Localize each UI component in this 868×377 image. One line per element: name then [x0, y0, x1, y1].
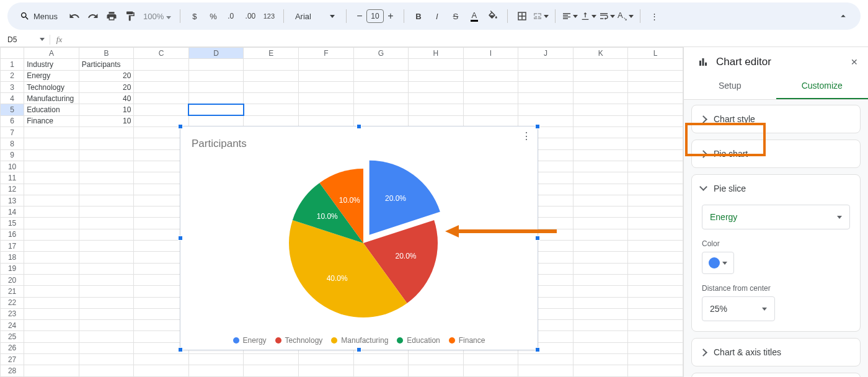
cell-B23[interactable] — [79, 308, 134, 319]
cell-B9[interactable] — [79, 149, 134, 161]
col-header-L[interactable]: L — [628, 48, 683, 59]
row-header-6[interactable]: 6 — [1, 115, 24, 126]
cell-K26[interactable] — [573, 342, 628, 353]
cell-B5[interactable]: 10 — [79, 104, 134, 115]
row-header-19[interactable]: 19 — [1, 263, 24, 274]
cell-K18[interactable] — [573, 252, 628, 263]
cell-K3[interactable] — [573, 81, 628, 92]
cell-G28[interactable] — [353, 365, 409, 376]
cell-K16[interactable] — [573, 229, 628, 240]
cell-B1[interactable]: Participants — [79, 59, 134, 70]
cell-G5[interactable] — [353, 104, 409, 115]
col-header-B[interactable]: B — [79, 48, 134, 59]
cell-K6[interactable] — [573, 115, 628, 126]
cell-A2[interactable]: Energy — [24, 70, 79, 81]
bold-button[interactable]: B — [410, 8, 427, 24]
cell-A20[interactable] — [24, 274, 79, 285]
chart-menu-button[interactable]: ⋮ — [520, 130, 533, 142]
legend-item-energy[interactable]: Energy — [233, 336, 267, 345]
cell-G2[interactable] — [353, 70, 409, 81]
row-header-2[interactable]: 2 — [1, 70, 24, 81]
cell-B20[interactable] — [79, 274, 134, 285]
cell-E2[interactable] — [244, 70, 299, 81]
row-header-13[interactable]: 13 — [1, 195, 24, 206]
cell-J3[interactable] — [518, 81, 574, 92]
cell-B14[interactable] — [79, 206, 134, 218]
tab-customize[interactable]: Customize — [776, 73, 869, 99]
name-box[interactable]: D5 — [0, 35, 50, 44]
cell-E6[interactable] — [244, 115, 299, 126]
cell-B12[interactable] — [79, 184, 134, 195]
cell-A13[interactable] — [24, 195, 79, 206]
col-header-E[interactable]: E — [244, 48, 299, 59]
cell-B17[interactable] — [79, 241, 134, 252]
zoom-dropdown[interactable]: 100% — [141, 11, 174, 22]
slice-color-picker[interactable] — [702, 252, 734, 274]
borders-button[interactable] — [514, 8, 530, 24]
cell-I27[interactable] — [463, 354, 518, 365]
font-size-input[interactable]: 10 — [366, 9, 384, 23]
row-header-12[interactable]: 12 — [1, 184, 24, 195]
cell-K2[interactable] — [573, 70, 628, 81]
merge-button[interactable] — [533, 8, 549, 24]
cell-K12[interactable] — [573, 184, 628, 195]
cell-L28[interactable] — [628, 365, 683, 376]
cell-I1[interactable] — [463, 59, 518, 70]
overflow-menu[interactable]: ⋮ — [647, 8, 663, 24]
cell-K5[interactable] — [573, 104, 628, 115]
legend-item-education[interactable]: Education — [397, 336, 440, 345]
cell-L6[interactable] — [628, 115, 683, 126]
cell-B7[interactable] — [79, 127, 134, 138]
cell-L11[interactable] — [628, 172, 683, 184]
cell-L14[interactable] — [628, 206, 683, 218]
search-menus[interactable]: Menus — [14, 9, 64, 24]
cell-C3[interactable] — [134, 81, 189, 92]
cell-G6[interactable] — [353, 115, 409, 126]
cell-F3[interactable] — [299, 81, 354, 92]
cell-E5[interactable] — [244, 104, 299, 115]
cell-L25[interactable] — [628, 331, 683, 342]
cell-L18[interactable] — [628, 252, 683, 263]
cell-A21[interactable] — [24, 286, 79, 297]
cell-K21[interactable] — [573, 286, 628, 297]
cell-A8[interactable] — [24, 138, 79, 149]
cell-B8[interactable] — [79, 138, 134, 149]
cell-A22[interactable] — [24, 297, 79, 308]
cell-K13[interactable] — [573, 195, 628, 206]
row-header-15[interactable]: 15 — [1, 218, 24, 229]
cell-K8[interactable] — [573, 138, 628, 149]
cell-F1[interactable] — [299, 59, 354, 70]
italic-button[interactable]: I — [429, 8, 445, 24]
legend-item-technology[interactable]: Technology — [275, 336, 323, 345]
row-header-26[interactable]: 26 — [1, 342, 24, 353]
cell-L4[interactable] — [628, 93, 683, 104]
cell-A12[interactable] — [24, 184, 79, 195]
cell-I28[interactable] — [463, 365, 518, 376]
wrap-button[interactable] — [599, 8, 615, 24]
cell-A19[interactable] — [24, 263, 79, 274]
cell-J1[interactable] — [518, 59, 574, 70]
cell-L3[interactable] — [628, 81, 683, 92]
cell-K20[interactable] — [573, 274, 628, 285]
row-header-5[interactable]: 5 — [1, 104, 24, 115]
cell-A17[interactable] — [24, 241, 79, 252]
cell-A4[interactable]: Manufacturing — [24, 93, 79, 104]
cell-K17[interactable] — [573, 241, 628, 252]
cell-B18[interactable] — [79, 252, 134, 263]
cell-C28[interactable] — [134, 365, 189, 376]
col-header-H[interactable]: H — [409, 48, 464, 59]
cell-I5[interactable] — [463, 104, 518, 115]
cell-L26[interactable] — [628, 342, 683, 353]
cell-J2[interactable] — [518, 70, 574, 81]
section-pie-chart[interactable]: Pie chart — [692, 140, 860, 167]
cell-J5[interactable] — [518, 104, 574, 115]
row-header-11[interactable]: 11 — [1, 172, 24, 184]
cell-A23[interactable] — [24, 308, 79, 319]
cell-G3[interactable] — [353, 81, 409, 92]
cell-L2[interactable] — [628, 70, 683, 81]
cell-D2[interactable] — [188, 70, 244, 81]
cell-A14[interactable] — [24, 206, 79, 218]
row-header-27[interactable]: 27 — [1, 354, 24, 365]
cell-A28[interactable] — [24, 365, 79, 376]
col-header-C[interactable]: C — [134, 48, 189, 59]
